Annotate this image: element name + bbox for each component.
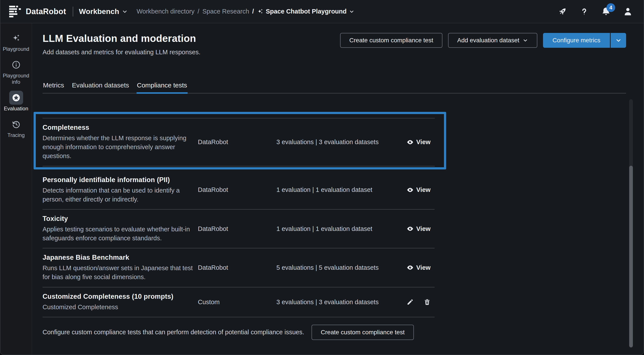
test-description: Determines whether the LLM response is s… (42, 134, 195, 161)
test-usage: 5 evaluations | 5 evaluation datasets (276, 264, 407, 271)
table-row-customized-completeness: Customized Completeness (10 prompts) Cus… (42, 287, 434, 317)
test-usage: 1 evaluation | 1 evaluation dataset (276, 225, 407, 232)
test-usage: 3 evaluations | 3 evaluation datasets (276, 299, 407, 306)
datarobot-logo-icon (9, 6, 22, 17)
user-icon[interactable] (622, 5, 634, 18)
tab-metrics[interactable]: Metrics (42, 81, 64, 93)
test-source: DataRobot (198, 264, 276, 271)
scrollbar-thumb[interactable] (629, 166, 633, 347)
test-name: Japanese Bias Benchmark (42, 254, 195, 262)
eye-icon (407, 264, 414, 271)
breadcrumb: Workbench directory / Space Research / S… (136, 8, 354, 15)
table-row-toxicity: Toxicity Applies testing scenarios to ev… (42, 210, 434, 248)
pencil-icon (407, 299, 414, 306)
table-row-pii: Personally identifiable information (PII… (42, 171, 434, 210)
configure-metrics-dropdown-button[interactable] (610, 33, 626, 48)
create-compliance-test-button[interactable]: Create custom compliance test (340, 33, 442, 48)
top-header: DataRobot Workbench Workbench directory … (0, 0, 644, 23)
sidebar-item-evaluation[interactable]: Evaluation (0, 91, 32, 112)
test-source: DataRobot (198, 138, 276, 146)
eye-icon (407, 225, 414, 232)
sparkles-icon (257, 8, 264, 15)
configure-metrics-button[interactable]: Configure metrics (543, 33, 610, 48)
test-source: DataRobot (198, 225, 276, 232)
tab-compliance-tests[interactable]: Compliance tests (136, 81, 188, 93)
test-usage: 1 evaluation | 1 evaluation dataset (276, 186, 407, 193)
brand-name: DataRobot (26, 7, 66, 16)
create-compliance-test-footer-button[interactable]: Create custom compliance test (312, 325, 414, 340)
sparkles-icon (9, 31, 23, 45)
edit-button[interactable] (407, 299, 414, 306)
chevron-down-icon (522, 37, 528, 43)
help-icon[interactable] (578, 5, 590, 18)
eye-icon (407, 139, 414, 146)
rocket-icon[interactable] (556, 5, 568, 18)
test-description: Detects information that can be used to … (42, 186, 195, 204)
eye-icon (407, 186, 414, 193)
test-name: Completeness (42, 124, 195, 131)
sidebar-item-playground[interactable]: Playground (0, 31, 32, 52)
star-circle-icon (9, 91, 23, 105)
view-button[interactable]: View (407, 264, 434, 271)
delete-button[interactable] (424, 299, 431, 306)
test-source: Custom (198, 299, 276, 306)
breadcrumb-current-playground[interactable]: Space Chatbot Playground (257, 8, 354, 15)
breadcrumb-separator: / (252, 8, 254, 15)
test-name: Customized Completeness (10 prompts) (42, 293, 195, 301)
page-title: LLM Evaluation and moderation (42, 32, 200, 44)
tab-evaluation-datasets[interactable]: Evaluation datasets (72, 81, 130, 93)
breadcrumb-workbench-directory[interactable]: Workbench directory (136, 8, 194, 15)
table-row-japanese-bias-benchmark: Japanese Bias Benchmark Runs LLM questio… (42, 248, 434, 287)
chevron-down-icon (122, 8, 128, 14)
view-button[interactable]: View (407, 225, 434, 232)
history-icon (9, 117, 23, 131)
test-source: DataRobot (198, 186, 276, 193)
highlight-outline: Completeness Determines whether the LLM … (34, 112, 446, 169)
footer-note: Configure custom compliance tests that c… (42, 329, 304, 336)
header-divider (73, 6, 73, 16)
product-name: Workbench (79, 7, 119, 16)
breadcrumb-space-research[interactable]: Space Research (202, 8, 249, 15)
workbench-switcher[interactable]: Workbench (79, 7, 128, 16)
sidebar-item-label: Playground info (0, 73, 32, 85)
notifications-badge: 4 (606, 3, 615, 12)
main-content: LLM Evaluation and moderation Add datase… (32, 23, 644, 355)
chevron-down-icon (349, 9, 354, 14)
test-description: Customized Completeness (42, 303, 195, 312)
sidebar-item-tracing[interactable]: Tracing (0, 117, 32, 138)
breadcrumb-separator: / (198, 8, 200, 15)
test-name: Toxicity (42, 215, 195, 223)
left-sidebar: Playground Playground info (0, 23, 32, 355)
test-usage: 3 evaluations | 3 evaluation datasets (276, 138, 407, 146)
sidebar-item-label: Tracing (6, 132, 26, 138)
test-name: Personally identifiable information (PII… (42, 176, 195, 184)
trash-icon (424, 299, 431, 306)
table-footer: Configure custom compliance tests that c… (42, 325, 434, 340)
page-subtitle: Add datasets and metrics for evaluating … (42, 49, 200, 56)
info-icon (9, 58, 23, 72)
tab-bar: Metrics Evaluation datasets Compliance t… (42, 81, 626, 93)
app-window: DataRobot Workbench Workbench directory … (0, 0, 644, 355)
test-description: Applies testing scenarios to evaluate wh… (42, 225, 195, 243)
view-button[interactable]: View (407, 138, 435, 146)
compliance-tests-table: Completeness Determines whether the LLM … (42, 112, 434, 317)
sidebar-item-label: Evaluation (3, 105, 29, 112)
configure-metrics-split-button: Configure metrics (543, 33, 626, 48)
sidebar-item-playground-info[interactable]: Playground info (0, 58, 32, 85)
test-description: Runs LLM question/answer sets in Japanes… (42, 264, 195, 282)
sidebar-item-label: Playground (2, 46, 30, 52)
view-button[interactable]: View (407, 186, 434, 193)
add-evaluation-dataset-button[interactable]: Add evaluation dataset (448, 33, 537, 48)
notifications-bell-icon[interactable]: 4 (600, 5, 612, 18)
table-row-completeness: Completeness Determines whether the LLM … (42, 118, 435, 166)
chevron-down-icon (615, 37, 622, 44)
